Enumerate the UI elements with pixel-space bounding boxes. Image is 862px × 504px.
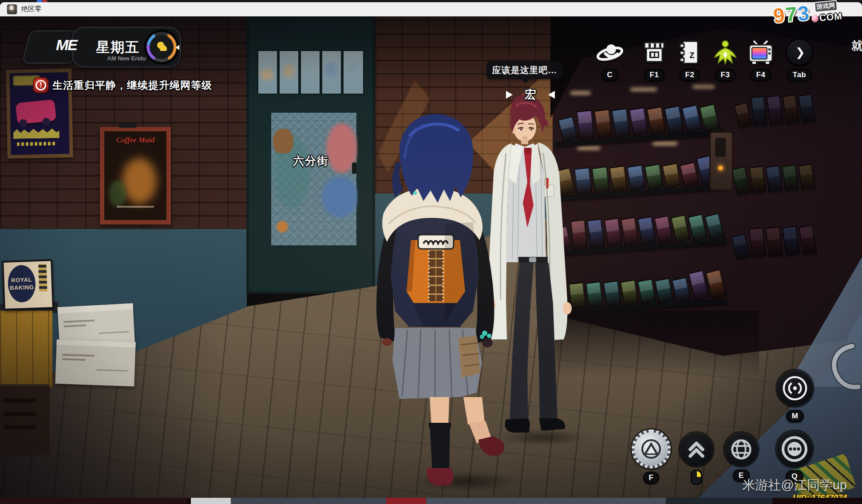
shelf-cover: [555, 167, 576, 197]
shelf-cover: [700, 104, 720, 133]
mouse-right-icon: [691, 470, 702, 485]
credit-block: 米游社@江同学up UID: 17647074: [742, 476, 847, 503]
shelf-cover: [550, 282, 570, 312]
shelf-cover: [654, 215, 673, 245]
marker-button[interactable]: F: [632, 429, 671, 484]
shelf-cover: [655, 278, 674, 304]
counter-top: [0, 302, 59, 315]
location-time-label: AM New Eridu: [98, 55, 155, 62]
shelf-cover: [671, 215, 691, 244]
hotkey-companion[interactable]: C: [589, 38, 630, 81]
right-arrow-icon: [548, 91, 555, 99]
shelf-cover: [798, 94, 816, 124]
shelf-cover: [680, 162, 699, 189]
expand-arrow-icon: ❯: [787, 40, 812, 65]
hotkey-video-store[interactable]: F4: [740, 38, 781, 81]
left-lower-wall: [0, 229, 247, 394]
wall-plaque: [494, 201, 518, 228]
compass-marker-icon: [632, 429, 671, 469]
shelf-cover: [586, 281, 604, 309]
shelf-cover: [696, 155, 718, 187]
shelf-cover: [574, 167, 592, 195]
site-watermark: 9 7 3 游戏网 COM: [772, 0, 842, 28]
hotkey-missions[interactable]: z F2: [669, 38, 710, 81]
shelf-cover: [645, 164, 664, 191]
shelf-cover: [603, 280, 621, 308]
svg-text:z: z: [689, 48, 695, 60]
hotkey-expand[interactable]: ❯ Tab: [779, 38, 820, 81]
crate-text-royal: ROYAL: [11, 276, 32, 284]
poster-script-title: Coffee Maid: [104, 136, 166, 145]
hotkey-label: Tab: [787, 69, 812, 81]
shelf-cover: [798, 164, 816, 191]
companion-ring-icon: [596, 38, 624, 67]
shelf-row-far: [731, 146, 816, 195]
door-handle: [352, 162, 356, 174]
quest-tracker: ! 生活重归平静，继续提升绳网等级: [34, 78, 212, 92]
hotkey-label: F4: [751, 69, 771, 81]
npc-name-row: 宏: [506, 87, 555, 102]
shelf-cover: [732, 166, 751, 196]
hotkey-label: F3: [715, 69, 736, 81]
shelf-cover: [767, 95, 783, 126]
shelf-cover: [629, 107, 648, 138]
background-window-sliver: [0, 498, 862, 504]
credit-uid: UID: 17647074: [742, 493, 847, 503]
shelf-cover: [612, 108, 631, 139]
shelf-cover: [621, 217, 639, 247]
shelf-cover: [682, 105, 702, 134]
shelf-cover: [731, 233, 751, 260]
shelf-cover: [594, 109, 613, 140]
credit-author: 米游社@江同学up: [742, 476, 847, 494]
shelf-cover: [749, 227, 766, 258]
wm-com: COM: [819, 11, 843, 23]
shelf-cover: [587, 219, 605, 249]
time-status-badge: ME 星期五 AM New Eridu: [26, 27, 181, 67]
cardboard-box: [57, 303, 135, 352]
marker-key-label: F: [643, 472, 660, 484]
shelf-cover: [570, 220, 588, 251]
signal-button[interactable]: M: [777, 370, 813, 422]
shelf-cover: [704, 213, 725, 242]
shelf-cover: [620, 280, 639, 307]
window-title: 绝区零: [21, 5, 41, 13]
shelf-cover: [749, 166, 766, 194]
shelf-cover: [627, 165, 645, 192]
hand-rail: [821, 342, 862, 390]
wm-tag: 游戏网: [814, 0, 838, 12]
dodge-button[interactable]: [680, 433, 713, 485]
daytime-clock[interactable]: [146, 31, 178, 63]
shelf-cover: [782, 225, 800, 256]
shelf-cover: [782, 164, 799, 192]
hotkey-label: F1: [644, 69, 665, 81]
shelf-cover: [765, 226, 783, 257]
shelf-cover: [609, 165, 628, 193]
quest-alert-icon: !: [34, 78, 48, 92]
right-brick-wall: [375, 16, 569, 194]
left-arrow-icon: [506, 91, 513, 99]
shelf-row-far: [730, 209, 818, 259]
dialogue-bubble[interactable]: 应该是这里吧…: [486, 61, 563, 79]
shelf-cover: [569, 282, 586, 310]
shelf-cover: [662, 163, 681, 189]
wm-digit: 3: [797, 3, 810, 24]
shelf-cover: [766, 165, 783, 193]
hotkey-store[interactable]: F1: [634, 38, 675, 81]
hotkey-inter-knot[interactable]: F3: [705, 38, 746, 81]
poster-coffee-maid: Coffee Maid: [100, 127, 171, 224]
shelf-cover: [734, 102, 752, 129]
joystick-icon: [811, 15, 819, 22]
shelf-row-far: [733, 82, 816, 128]
globe-icon: [724, 433, 758, 466]
shelf-cover: [799, 225, 817, 255]
weekday-label: 星期五: [96, 38, 140, 57]
store-icon: [642, 38, 667, 67]
wm-digit: 9: [772, 5, 786, 26]
cardboard-box: [55, 339, 135, 386]
more-options-button[interactable]: Q: [776, 431, 813, 483]
royal-baking-sign: ROYAL BAKING: [2, 259, 54, 311]
edge-partial-text: 就: [851, 38, 862, 54]
network-button[interactable]: E: [724, 433, 758, 482]
door-glass: [269, 111, 358, 247]
crate-text-baking: BAKING: [10, 284, 34, 291]
